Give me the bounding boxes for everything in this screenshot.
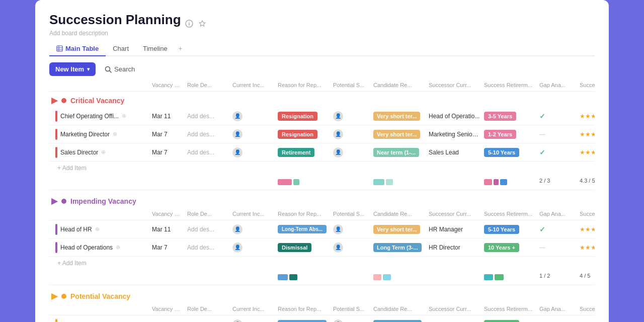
- row-name-text[interactable]: Sales Director: [60, 149, 98, 156]
- checkmark-icon: ✓: [539, 225, 545, 233]
- table-wrapper: Vacancy Start... Role De... Current Inc.…: [49, 79, 595, 322]
- group-potential-header[interactable]: ▶ Potential Vacancy: [49, 287, 595, 303]
- cell-name: Chief Operating Offi... ⊕: [49, 108, 150, 124]
- svg-text:i: i: [188, 21, 190, 27]
- group-potential-arrow[interactable]: ▶: [51, 291, 57, 301]
- summary-pill: [373, 274, 381, 280]
- star-icon[interactable]: [198, 16, 207, 25]
- summary-gap-text: 2 / 3: [537, 177, 578, 188]
- col-perf: Successor Perfo...: [578, 81, 595, 89]
- tab-timeline[interactable]: Timeline: [136, 42, 175, 56]
- person-icon: 👤: [333, 129, 343, 139]
- cell-vacancy-start: Mar 11: [150, 223, 185, 235]
- row-color-indicator: [55, 319, 57, 323]
- cell-potential: 👤: [331, 240, 371, 255]
- row-name-text[interactable]: Marketing Director: [60, 131, 110, 138]
- summary-pill: [484, 274, 493, 280]
- cell-role-desc: Add des...: [185, 318, 230, 323]
- col-potential: Potential S...: [331, 81, 371, 89]
- row-edit-icon[interactable]: ⊕: [95, 226, 100, 232]
- summary-candidate-pills: [371, 272, 427, 283]
- group-impending-header[interactable]: ▶ Impending Vacancy: [49, 192, 595, 208]
- new-item-button[interactable]: New Item ▾: [49, 62, 96, 76]
- summary-reason-pills: [276, 177, 331, 188]
- cell-role-desc: Add des...: [185, 146, 230, 158]
- cell-candidate: Long Term (3-...: [371, 317, 427, 323]
- cell-candidate: Very short ter...: [371, 127, 427, 141]
- reason-badge: Dismissal: [278, 243, 311, 252]
- cell-successor: Marketing Senior ...: [427, 128, 482, 140]
- group-impending: ▶ Impending Vacancy Vacancy Start... Rol…: [49, 192, 595, 285]
- cell-name: Head of Operations ⊕: [49, 239, 150, 256]
- new-item-label: New Item: [55, 65, 84, 73]
- summary-retirement-pills: [482, 177, 537, 188]
- candidate-badge: Very short ter...: [373, 130, 420, 139]
- summary-pill: [289, 274, 297, 280]
- add-item-critical[interactable]: + Add Item: [49, 162, 595, 175]
- group-critical-header[interactable]: ▶ Critical Vacancy: [49, 92, 595, 107]
- summary-gap-text: 1 / 2: [537, 272, 578, 283]
- summary-pill: [278, 274, 288, 280]
- search-button[interactable]: Search: [101, 63, 139, 75]
- tab-add[interactable]: +: [175, 42, 187, 55]
- cell-potential: 👤: [331, 145, 371, 160]
- row-edit-icon[interactable]: ⊕: [116, 244, 120, 251]
- tab-bar: Main Table Chart Timeline +: [49, 42, 595, 56]
- cell-reason: Resignation: [276, 109, 331, 123]
- group-potential: ▶ Potential Vacancy Vacancy Start... Rol…: [49, 287, 595, 322]
- group-potential-label: Potential Vacancy: [70, 292, 130, 300]
- cell-name: Marketing Manager ⊕: [49, 316, 150, 323]
- person-icon: 👤: [333, 243, 343, 253]
- summary-perf-text: 4 / 5: [578, 272, 595, 283]
- cell-successor: HR Director: [427, 242, 482, 254]
- summary-pill: [484, 179, 492, 185]
- add-item-impending[interactable]: + Add Item: [49, 257, 595, 270]
- table-icon: [56, 45, 63, 52]
- summary-pill: [494, 179, 499, 185]
- column-headers: Vacancy Start... Role De... Current Inc.…: [49, 79, 595, 92]
- table-row: Marketing Manager ⊕ Mar 17 Add des... 👤 …: [49, 315, 595, 322]
- cell-current-inc: 👤: [230, 240, 276, 255]
- retirement-badge: 5-10 Years: [484, 225, 519, 234]
- row-edit-icon[interactable]: ⊕: [113, 131, 117, 137]
- person-icon: 👤: [232, 129, 243, 139]
- row-edit-icon[interactable]: ⊕: [101, 149, 106, 155]
- row-edit-icon[interactable]: ⊕: [122, 113, 126, 119]
- row-name-text[interactable]: Head of HR: [60, 226, 92, 233]
- row-color-indicator: [55, 129, 57, 140]
- cell-role-desc: Add des...: [185, 242, 230, 254]
- cell-name: Head of HR ⊕: [49, 221, 150, 237]
- cell-current-inc: 👤: [230, 127, 276, 142]
- tab-main-table[interactable]: Main Table: [49, 42, 106, 56]
- row-name-text[interactable]: Head of Operations: [60, 244, 113, 251]
- checkmark-icon: ✓: [539, 320, 545, 323]
- summary-candidate-pills: [371, 177, 427, 188]
- tab-chart-label: Chart: [113, 45, 129, 52]
- row-color-indicator: [55, 224, 57, 235]
- cell-gap: ✓: [537, 110, 578, 123]
- person-icon: 👤: [232, 319, 243, 323]
- cell-gap: ✓: [537, 223, 578, 236]
- person-icon: 👤: [232, 243, 243, 253]
- summary-pill: [495, 274, 504, 280]
- cell-role-desc: Add des...: [185, 128, 230, 140]
- gap-dash: —: [539, 131, 545, 138]
- checkmark-icon: ✓: [539, 112, 545, 120]
- col-item: [49, 81, 150, 89]
- cell-perf: ★★★★★: [578, 146, 595, 158]
- cell-candidate: Very short ter...: [371, 109, 427, 123]
- tab-chart[interactable]: Chart: [106, 42, 136, 56]
- table-row: Sales Director ⊕ Mar 7 Add des... 👤 Reti…: [49, 143, 595, 162]
- candidate-badge: Very short ter...: [373, 225, 420, 234]
- group-critical: ▶ Critical Vacancy Chief Operating Offi.…: [49, 92, 595, 190]
- svg-line-7: [110, 70, 112, 72]
- cell-reason: Dismissal: [276, 240, 331, 255]
- cell-reason: Long-Term Abs...: [276, 317, 331, 322]
- info-icon[interactable]: i: [185, 16, 194, 25]
- page-header: Succession Planning i Add board descript…: [49, 12, 595, 37]
- add-description[interactable]: Add board description: [49, 30, 595, 37]
- group-impending-arrow[interactable]: ▶: [51, 196, 57, 206]
- group-critical-arrow[interactable]: ▶: [51, 96, 57, 105]
- row-name-text[interactable]: Chief Operating Offi...: [60, 113, 119, 120]
- cell-gap: —: [537, 242, 578, 254]
